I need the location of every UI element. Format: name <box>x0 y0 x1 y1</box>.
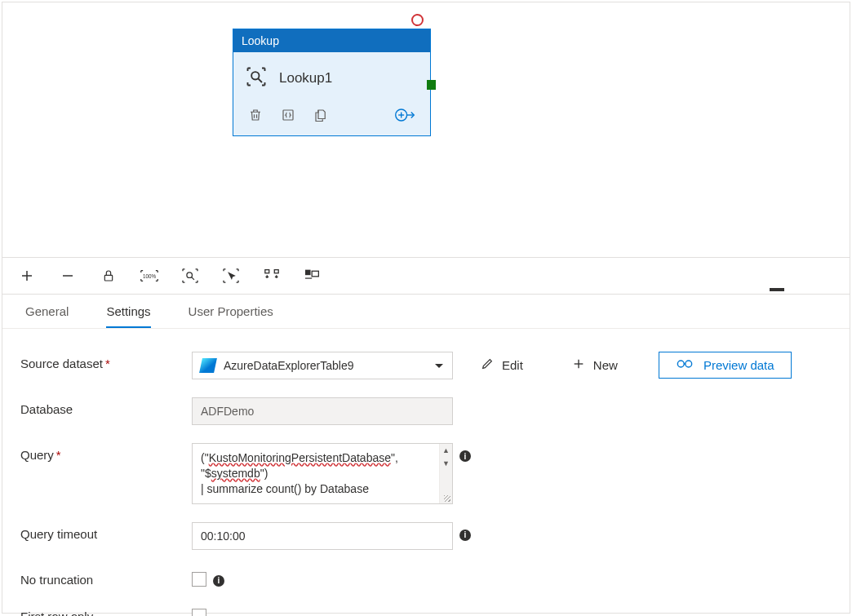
source-dataset-dropdown[interactable]: AzureDataExplorerTable9 <box>192 352 453 379</box>
label-query-timeout: Query timeout <box>20 522 192 541</box>
panel-resize-handle[interactable] <box>770 288 784 291</box>
lock-icon[interactable] <box>99 266 118 286</box>
add-output-icon[interactable] <box>394 107 415 126</box>
row-query: Query* ("KustoMonitoringPersistentDataba… <box>20 443 832 504</box>
node-output-port[interactable] <box>427 80 436 90</box>
svg-rect-2 <box>283 110 293 120</box>
canvas-toolbar: 100% <box>2 257 850 295</box>
row-source-dataset: Source dataset* AzureDataExplorerTable9 … <box>20 352 832 379</box>
svg-rect-15 <box>274 270 278 273</box>
query-textarea[interactable]: ("KustoMonitoringPersistentDatabase", "$… <box>192 443 453 504</box>
svg-line-1 <box>258 78 262 82</box>
zoom-100-icon[interactable]: 100% <box>140 266 159 286</box>
database-input <box>192 397 453 425</box>
label-first-row-only: First row only <box>20 605 192 616</box>
validation-circle-icon <box>411 14 424 26</box>
auto-align-icon[interactable] <box>262 266 282 286</box>
first-row-only-checkbox[interactable] <box>192 609 206 616</box>
edit-button[interactable]: Edit <box>473 352 531 378</box>
tab-user-properties[interactable]: User Properties <box>189 304 273 328</box>
svg-point-22 <box>686 361 692 367</box>
chevron-down-icon <box>434 359 444 372</box>
svg-point-21 <box>677 361 684 367</box>
node-body[interactable]: Lookup1 <box>233 52 430 100</box>
copy-icon[interactable] <box>313 108 328 125</box>
query-scrollbar[interactable]: ▲ ▼ <box>439 444 452 503</box>
svg-rect-14 <box>265 270 269 273</box>
node-actions <box>233 100 430 135</box>
node-type-label: Lookup <box>233 29 430 52</box>
query-timeout-input[interactable] <box>192 522 453 550</box>
source-dataset-value: AzureDataExplorerTable9 <box>224 359 426 372</box>
preview-icon <box>676 358 694 372</box>
label-database: Database <box>20 397 192 416</box>
row-no-truncation: No truncation i <box>20 568 832 587</box>
navigator-icon[interactable] <box>303 266 322 286</box>
info-icon[interactable]: i <box>213 575 224 587</box>
svg-point-12 <box>187 273 193 278</box>
label-query: Query* <box>20 443 192 462</box>
svg-rect-10 <box>104 275 112 281</box>
zoom-in-icon[interactable] <box>17 266 37 286</box>
scroll-up-icon[interactable]: ▲ <box>440 444 452 457</box>
row-database: Database <box>20 397 832 425</box>
resize-grip-icon[interactable] <box>440 495 452 503</box>
preview-data-button[interactable]: Preview data <box>659 352 792 379</box>
tab-settings[interactable]: Settings <box>106 304 150 328</box>
row-first-row-only: First row only <box>20 605 832 616</box>
info-icon[interactable]: i <box>459 530 471 541</box>
lookup-icon <box>245 65 268 91</box>
svg-point-0 <box>251 72 259 79</box>
app-container: Lookup Lookup1 <box>2 2 850 614</box>
properties-tabs: General Settings User Properties <box>2 295 850 329</box>
settings-panel: Source dataset* AzureDataExplorerTable9 … <box>2 329 850 616</box>
label-no-truncation: No truncation <box>20 568 192 587</box>
svg-rect-16 <box>305 270 311 276</box>
info-icon[interactable]: i <box>459 450 471 462</box>
zoom-out-icon[interactable] <box>58 266 78 286</box>
plus-icon <box>572 357 585 373</box>
node-name: Lookup1 <box>279 70 332 86</box>
svg-rect-17 <box>312 271 318 277</box>
svg-line-13 <box>192 277 194 280</box>
label-source-dataset: Source dataset* <box>20 352 192 370</box>
no-truncation-checkbox[interactable] <box>192 572 206 587</box>
delete-icon[interactable] <box>248 108 263 125</box>
pencil-icon <box>481 357 494 373</box>
new-button[interactable]: New <box>564 352 626 378</box>
code-braces-icon[interactable] <box>281 108 295 125</box>
svg-text:100%: 100% <box>143 273 156 279</box>
fullscreen-select-icon[interactable] <box>221 266 241 286</box>
scroll-down-icon[interactable]: ▼ <box>440 457 452 470</box>
tab-general[interactable]: General <box>25 304 69 328</box>
svg-rect-18 <box>305 277 312 278</box>
lookup-activity-node[interactable]: Lookup Lookup1 <box>233 29 431 136</box>
row-query-timeout: Query timeout i <box>20 522 832 550</box>
dataset-actions: Edit New Preview data <box>473 352 792 379</box>
query-text[interactable]: ("KustoMonitoringPersistentDatabase", "$… <box>193 444 439 503</box>
pipeline-canvas[interactable]: Lookup Lookup1 <box>2 2 850 257</box>
zoom-fit-icon[interactable] <box>180 266 200 286</box>
dataset-icon <box>199 358 217 373</box>
